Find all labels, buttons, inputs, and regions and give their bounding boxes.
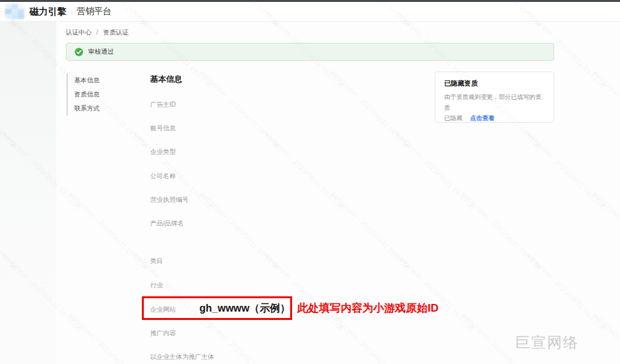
juxuan-watermark: 巨宣网络	[515, 333, 579, 353]
section-heading: 基本信息	[150, 74, 182, 85]
red-annotation-text: 此处填写内容为小游戏原始ID	[297, 301, 438, 315]
field-label-category: 类目	[150, 257, 163, 266]
field-label-advertiser-id: 广告主ID	[150, 100, 176, 109]
nav-item-basic-info[interactable]: 基本信息	[74, 73, 100, 87]
check-circle-icon	[75, 48, 83, 56]
product-title: 营销平台	[77, 6, 111, 17]
app-logo-icon	[5, 4, 24, 19]
view-hidden-link[interactable]: 点击查看	[470, 114, 495, 121]
panel-title: 已隐藏资质	[444, 79, 545, 88]
field-label-company-type: 企业类型	[150, 148, 176, 156]
approval-status-text: 审核通过	[88, 47, 114, 56]
approval-status-banner: 审核通过	[66, 43, 554, 61]
breadcrumb-cert-center[interactable]: 认证中心	[66, 29, 91, 36]
topbar: 磁力引擎 · 营销平台	[0, 2, 620, 22]
breadcrumb: 认证中心 / 资质认证	[66, 28, 128, 37]
field-label-promo-subject: 以企业主体为推广主体	[150, 353, 214, 361]
hidden-qualification-panel: 已隐藏资质 由于资质规则变更，部分已填写的资质 已隐藏点击查看	[435, 72, 554, 123]
panel-body-line2: 已隐藏	[444, 114, 463, 121]
field-label-product-brand: 产品/品牌名	[150, 219, 184, 228]
panel-body-line1: 由于资质规则变更，部分已填写的资质	[444, 92, 545, 113]
field-label-industry: 行业	[150, 281, 163, 290]
watermark-tile: wangziyun - 2023/08/31 19:53:06	[0, 311, 19, 364]
breadcrumb-separator: /	[97, 29, 98, 36]
brand-separator: ·	[70, 7, 73, 17]
nav-item-contact-info[interactable]: 联系方式	[74, 102, 100, 116]
company-website-value: gh_wwww（示例）	[199, 302, 290, 315]
field-label-promo-content: 推广内容	[150, 329, 176, 338]
field-label-company-name: 公司名称	[150, 172, 176, 181]
left-gutter	[0, 21, 56, 296]
breadcrumb-current: 资质认证	[103, 29, 128, 36]
section-nav: 基本信息 资质信息 联系方式	[66, 73, 100, 116]
field-label-account-info: 账号信息	[150, 124, 176, 133]
nav-item-qualification-info[interactable]: 资质信息	[74, 87, 100, 102]
brand-title: 磁力引擎	[29, 6, 66, 18]
field-label-license-number: 营业执照编号	[150, 195, 189, 204]
